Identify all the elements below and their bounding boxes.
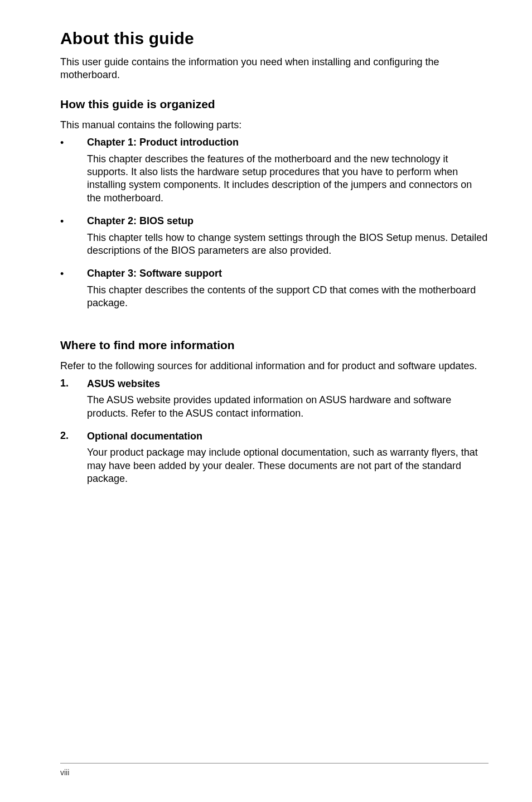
- bullet-icon: •: [60, 215, 87, 263]
- bullet-icon: •: [60, 136, 87, 210]
- page-footer: viii: [60, 763, 489, 777]
- list-item: 1. ASUS websites The ASUS website provid…: [60, 378, 489, 426]
- asus-websites-heading: ASUS websites: [87, 378, 489, 390]
- section1-intro: This manual contains the following parts…: [60, 119, 489, 132]
- bullet-icon: •: [60, 267, 87, 315]
- chapter1-heading: Chapter 1: Product introduction: [87, 136, 489, 149]
- list-item: 2. Optional documentation Your product p…: [60, 430, 489, 491]
- optional-doc-heading: Optional documentation: [87, 430, 489, 443]
- chapter3-body: This chapter describes the contents of t…: [87, 284, 489, 310]
- chapter1-body: This chapter describes the features of t…: [87, 153, 489, 205]
- chapter2-heading: Chapter 2: BIOS setup: [87, 215, 489, 228]
- item-content: Chapter 2: BIOS setup This chapter tells…: [87, 215, 489, 263]
- asus-websites-body: The ASUS website provides updated inform…: [87, 394, 489, 420]
- list-item: • Chapter 3: Software support This chapt…: [60, 267, 489, 315]
- list-item: • Chapter 2: BIOS setup This chapter tel…: [60, 215, 489, 263]
- item-content: ASUS websites The ASUS website provides …: [87, 378, 489, 426]
- item-content: Chapter 1: Product introduction This cha…: [87, 136, 489, 210]
- section-heading-more-info: Where to find more information: [60, 339, 489, 352]
- intro-paragraph: This user guide contains the information…: [60, 56, 489, 82]
- chapter2-body: This chapter tells how to change system …: [87, 231, 489, 258]
- list-item: • Chapter 1: Product introduction This c…: [60, 136, 489, 210]
- page-title: About this guide: [60, 29, 489, 48]
- footer-divider: [60, 763, 489, 764]
- number-bullet: 2.: [60, 430, 87, 491]
- item-content: Chapter 3: Software support This chapter…: [87, 267, 489, 315]
- page-number: viii: [60, 768, 489, 777]
- section2-intro: Refer to the following sources for addit…: [60, 360, 489, 373]
- optional-doc-body: Your product package may include optiona…: [87, 446, 489, 485]
- section-heading-organized: How this guide is organized: [60, 98, 489, 111]
- chapter3-heading: Chapter 3: Software support: [87, 267, 489, 280]
- number-bullet: 1.: [60, 378, 87, 426]
- item-content: Optional documentation Your product pack…: [87, 430, 489, 491]
